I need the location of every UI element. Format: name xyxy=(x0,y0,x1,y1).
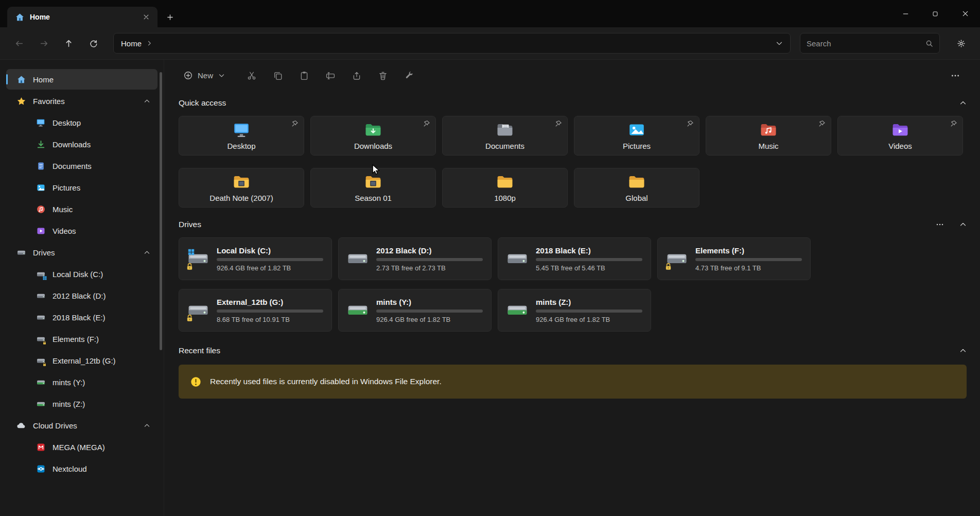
sidebar-item-mints-z[interactable]: mints (Z:) xyxy=(6,393,157,414)
breadcrumb[interactable]: Home xyxy=(121,39,142,48)
search-input[interactable] xyxy=(807,39,925,48)
quick-access-item-season-01[interactable]: Season 01 xyxy=(310,168,436,208)
folder-icon xyxy=(496,173,514,191)
drive-free-space: 926.4 GB free of 1.82 TB xyxy=(536,316,642,323)
share-button[interactable] xyxy=(345,65,368,87)
collapse-quick-access-button[interactable] xyxy=(959,99,967,107)
drive-free-space: 2.73 TB free of 2.73 TB xyxy=(376,264,483,272)
back-button[interactable] xyxy=(8,33,30,54)
pin-icon xyxy=(950,120,957,127)
address-bar[interactable]: Home xyxy=(113,33,791,54)
lock-icon xyxy=(185,314,194,322)
cut-button[interactable] xyxy=(240,65,263,87)
quick-access-item-global[interactable]: Global xyxy=(574,168,699,208)
home-page: Quick access Desktop Downloads xyxy=(164,91,980,516)
sidebar-item-desktop[interactable]: Desktop xyxy=(6,112,157,133)
drive-green-icon xyxy=(36,399,45,408)
rename-button[interactable] xyxy=(319,65,342,87)
warning-icon xyxy=(190,376,201,387)
sidebar-item-2018-black-e[interactable]: 2018 Black (E:) xyxy=(6,307,157,328)
drive-green-icon xyxy=(506,300,528,321)
collapse-recent-files-button[interactable] xyxy=(959,347,967,354)
sidebar-item-downloads[interactable]: Downloads xyxy=(6,134,157,154)
quick-access-item-music[interactable]: Music xyxy=(706,116,831,156)
sidebar-item-nextcloud[interactable]: Nextcloud xyxy=(6,458,157,479)
drive-icon xyxy=(16,248,26,257)
delete-button[interactable] xyxy=(372,65,394,87)
minimize-button[interactable] xyxy=(890,0,920,27)
sidebar-item-label: 2018 Black (E:) xyxy=(52,313,106,322)
quick-access-item-desktop[interactable]: Desktop xyxy=(179,116,304,156)
chevron-up-icon[interactable] xyxy=(144,422,150,429)
tab-home[interactable]: Home xyxy=(7,7,157,27)
sidebar-item-documents[interactable]: Documents xyxy=(6,156,157,176)
sidebar-item-home[interactable]: Home xyxy=(6,69,157,90)
drive-card-d[interactable]: 2012 Black (D:) 2.73 TB free of 2.73 TB xyxy=(338,237,492,280)
quick-access-item-documents[interactable]: Documents xyxy=(442,116,568,156)
sidebar-item-label: Local Disk (C:) xyxy=(52,270,103,279)
media-folder-icon xyxy=(233,173,250,191)
chevron-down-icon xyxy=(218,72,225,79)
lock-icon xyxy=(664,262,673,271)
sidebar-item-external-12tb-g[interactable]: External_12tb (G:) xyxy=(6,350,157,371)
drive-card-f[interactable]: Elements (F:) 4.73 TB free of 9.1 TB xyxy=(657,237,811,280)
drive-lock-icon xyxy=(187,300,209,321)
sidebar-item-music[interactable]: Music xyxy=(6,199,157,219)
media-folder-icon xyxy=(364,173,382,191)
quick-access-item-pictures[interactable]: Pictures xyxy=(574,116,699,156)
up-button[interactable] xyxy=(58,33,79,54)
new-button[interactable]: New xyxy=(177,65,232,87)
drive-card-e[interactable]: 2018 Black (E:) 5.45 TB free of 5.46 TB xyxy=(498,237,651,280)
chevron-up-icon xyxy=(959,347,967,354)
recent-files-disabled-banner: Recently used files is currently disable… xyxy=(179,365,967,399)
address-dropdown-icon[interactable] xyxy=(776,40,783,47)
quick-access-item-downloads[interactable]: Downloads xyxy=(310,116,436,156)
sidebar-scrollbar[interactable] xyxy=(160,72,162,350)
drive-icon xyxy=(506,248,528,270)
pictures-icon xyxy=(36,183,45,192)
new-tab-button[interactable] xyxy=(163,10,177,24)
section-title: Recent files xyxy=(179,346,220,355)
quick-access-item-1080p[interactable]: 1080p xyxy=(442,168,568,208)
quick-access-item-death-note[interactable]: Death Note (2007) xyxy=(179,168,304,208)
sidebar-item-videos[interactable]: Videos xyxy=(6,220,157,241)
sidebar-item-elements-f[interactable]: Elements (F:) xyxy=(6,329,157,349)
drive-card-z[interactable]: mints (Z:) 926.4 GB free of 1.82 TB xyxy=(498,289,651,332)
sidebar-item-favorites[interactable]: Favorites xyxy=(6,91,157,111)
chevron-up-icon[interactable] xyxy=(144,98,150,105)
documents-folder-icon xyxy=(496,121,514,139)
drive-card-c[interactable]: Local Disk (C:) 926.4 GB free of 1.82 TB xyxy=(179,237,332,280)
more-options-button[interactable] xyxy=(944,65,967,87)
item-label: Desktop xyxy=(227,142,255,150)
drive-card-y[interactable]: mints (Y:) 926.4 GB free of 1.82 TB xyxy=(338,289,492,332)
close-button[interactable] xyxy=(950,0,980,27)
sidebar-item-label: External_12tb (G:) xyxy=(52,356,116,365)
sidebar-item-cloud-drives[interactable]: Cloud Drives xyxy=(6,415,157,436)
copy-button[interactable] xyxy=(267,65,289,87)
drive-card-g[interactable]: External_12tb (G:) 8.68 TB free of 10.91… xyxy=(179,289,332,332)
sidebar-item-local-disk-c[interactable]: Local Disk (C:) xyxy=(6,264,157,284)
videos-icon xyxy=(36,226,45,235)
forward-button[interactable] xyxy=(33,33,55,54)
sidebar-item-mints-y[interactable]: mints (Y:) xyxy=(6,372,157,392)
chevron-up-icon[interactable] xyxy=(144,249,150,256)
paste-button[interactable] xyxy=(293,65,316,87)
sidebar-item-drives[interactable]: Drives xyxy=(6,242,157,263)
sidebar-item-label: Pictures xyxy=(52,183,80,192)
copy-icon xyxy=(273,71,283,80)
settings-gear-button[interactable] xyxy=(950,33,972,54)
drives-more-button[interactable] xyxy=(936,220,944,229)
drive-usage-bar xyxy=(376,309,483,313)
maximize-button[interactable] xyxy=(920,0,950,27)
tab-close-icon[interactable] xyxy=(139,10,153,24)
sidebar-item-mega[interactable]: MEGA (MEGA) xyxy=(6,437,157,457)
quick-access-item-videos[interactable]: Videos xyxy=(837,116,963,156)
section-title: Quick access xyxy=(179,98,226,108)
sidebar-item-2012-black-d[interactable]: 2012 Black (D:) xyxy=(6,285,157,306)
refresh-button[interactable] xyxy=(82,33,104,54)
item-label: Season 01 xyxy=(355,194,392,202)
collapse-drives-button[interactable] xyxy=(959,221,967,228)
drive-lock-icon xyxy=(36,356,45,365)
tools-button[interactable] xyxy=(398,65,421,87)
sidebar-item-pictures[interactable]: Pictures xyxy=(6,177,157,198)
